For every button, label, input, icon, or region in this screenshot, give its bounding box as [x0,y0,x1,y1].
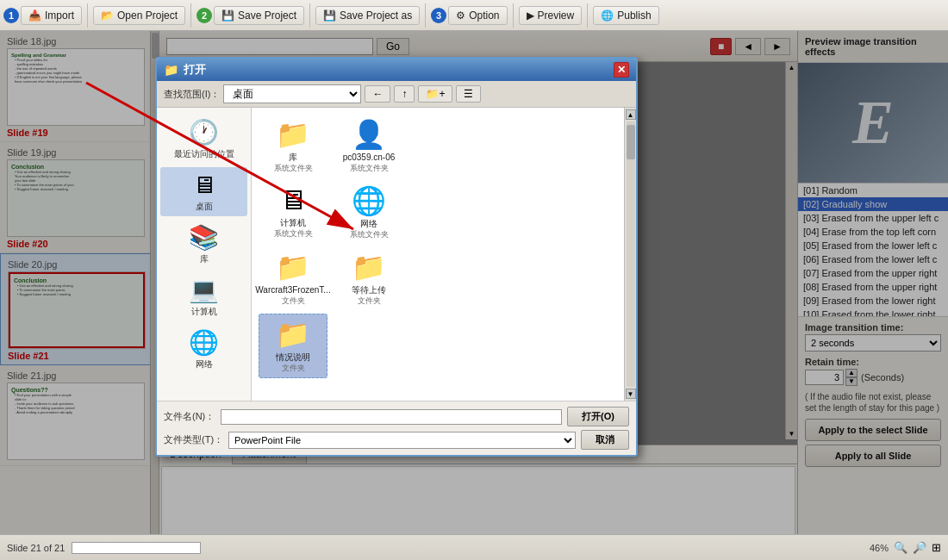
library-folder-icon: 📁 [276,118,310,151]
save-project-icon: 💾 [221,9,234,22]
file-row-3: 📁 Warcraft3FrozenT... 文件夹 📁 等待上传 文件夹 [259,247,617,310]
place-network-label: 网络 [196,358,213,370]
dialog-files-area: 📁 库 系统文件夹 👤 pc0359.cn-06 系统文件夹 [252,108,624,401]
open-project-button[interactable]: 📂 Open Project [93,6,185,25]
publish-label: Publish [617,9,651,22]
zoom-in-icon[interactable]: 🔎 [913,541,926,554]
file-computer[interactable]: 🖥 计算机 系统文件夹 [259,181,327,244]
sep2 [190,3,191,28]
dialog-toolbar: 查找范围(I)： 桌面 ← ↑ 📁+ ☰ [157,81,636,108]
desktop-icon: 🖥 [192,171,216,199]
sep6 [587,3,588,28]
computer-icon: 💻 [189,276,219,304]
dialog-bottom: 文件名(N)： 打开(O) 文件类型(T)： PowerPoint File 取… [157,401,636,455]
open-project-icon: 📂 [101,9,114,22]
file-situation[interactable]: 📁 情况说明 文件夹 [259,314,327,378]
file-library-name: 库 [289,152,297,163]
file-computer-name: 计算机 [280,218,306,228]
save-project-button[interactable]: 💾 Save Project [214,6,304,25]
dialog-scroll-up[interactable]: ▲ [626,109,636,120]
sep3 [309,3,310,28]
file-network-name: 网络 [360,219,377,229]
file-warcraft[interactable]: 📁 Warcraft3FrozenT... 文件夹 [259,247,327,310]
save-project-as-button[interactable]: 💾 Save Project as [315,6,420,25]
file-network[interactable]: 🌐 网络 系统文件夹 [334,181,403,244]
option-button[interactable]: ⚙ Option [448,6,507,25]
status-text: Slide 21 of 21 [7,543,65,553]
dialog-files-scroll[interactable]: 📁 库 系统文件夹 👤 pc0359.cn-06 系统文件夹 [252,108,624,401]
place-network[interactable]: 🌐 网络 [160,325,247,374]
file-user-name: pc0359.cn-06 [343,152,396,163]
filetype-label: 文件类型(T)： [164,433,223,446]
computer-folder-icon: 🖥 [279,184,307,216]
preview-label: Preview [538,9,575,22]
user-icon: 👤 [352,118,386,151]
cancel-button[interactable]: 取消 [581,430,629,450]
step2-circle: 2 [196,8,212,23]
file-computer-type: 系统文件夹 [274,228,313,240]
publish-icon: 🌐 [601,9,614,22]
step1-circle: 1 [3,8,19,23]
dialog-back-btn[interactable]: ← [365,85,390,103]
dialog-title-icon: 📁 [164,63,178,77]
file-row-1: 📁 库 系统文件夹 👤 pc0359.cn-06 系统文件夹 [259,115,617,177]
warcraft-folder-icon: 📁 [276,251,310,283]
place-desktop[interactable]: 🖥 桌面 [160,167,247,216]
place-recent[interactable]: 🕐 最近访问的位置 [160,115,247,164]
filename-row: 文件名(N)： 打开(O) [164,407,629,426]
dialog-title-bar: 📁 打开 ✕ [157,59,636,81]
dialog-addr-select[interactable]: 桌面 [223,84,361,103]
dialog-title: 打开 [184,62,206,78]
save-as-label: Save Project as [340,9,412,22]
recent-icon: 🕐 [189,118,219,146]
step3-circle: 3 [431,8,446,23]
dialog-scroll-down[interactable]: ▼ [626,389,636,399]
filename-label: 文件名(N)： [164,410,215,423]
open-button[interactable]: 打开(O) [567,407,629,426]
filetype-select[interactable]: PowerPoint File [228,432,576,449]
status-right: 46% 🔍 🔎 ⊞ [870,541,941,554]
network-icon: 🌐 [189,328,219,357]
save-as-icon: 💾 [323,9,336,22]
file-user[interactable]: 👤 pc0359.cn-06 系统文件夹 [334,115,403,177]
file-upload[interactable]: 📁 等待上传 文件夹 [334,247,403,310]
file-row-4: 📁 情况说明 文件夹 [259,314,617,378]
place-computer[interactable]: 💻 计算机 [160,272,247,321]
library-icon: 📚 [189,223,219,252]
place-recent-label: 最近访问的位置 [174,148,234,160]
file-situation-name: 情况说明 [276,352,310,363]
zoom-level: 46% [870,543,889,553]
dialog-new-folder-btn[interactable]: 📁+ [418,85,452,103]
open-file-dialog: 📁 打开 ✕ 查找范围(I)： 桌面 ← ↑ 📁+ ☰ [155,57,638,457]
import-button[interactable]: 📥 Import [21,6,82,25]
dialog-close-button[interactable]: ✕ [614,62,629,78]
file-library[interactable]: 📁 库 系统文件夹 [259,115,327,177]
dialog-up-btn[interactable]: ↑ [394,85,415,103]
preview-icon: ▶ [527,9,534,22]
file-situation-type: 文件夹 [282,363,305,374]
dialog-view-btn[interactable]: ☰ [456,85,481,103]
status-bar: Slide 21 of 21 46% 🔍 🔎 ⊞ [0,534,948,560]
fit-icon[interactable]: ⊞ [932,541,941,554]
dialog-places: 🕐 最近访问的位置 🖥 桌面 📚 库 💻 计算机 [157,108,252,401]
sep4 [425,3,426,28]
place-desktop-label: 桌面 [196,201,213,213]
dialog-scrollbar[interactable]: ▲ ▼ [624,108,636,401]
file-upload-name: 等待上传 [352,285,386,296]
file-library-type: 系统文件夹 [274,163,313,174]
publish-button[interactable]: 🌐 Publish [593,6,658,25]
place-computer-label: 计算机 [191,306,217,318]
preview-button[interactable]: ▶ Preview [519,6,583,25]
main-layout: Slide 18.jpg Spelling and Grammar • Proo… [0,31,948,534]
file-row-2: 🖥 计算机 系统文件夹 🌐 网络 系统文件夹 [259,181,617,244]
toolbar: 1 📥 Import 📂 Open Project 2 💾 Save Proje… [0,0,948,31]
place-library[interactable]: 📚 库 [160,220,247,269]
file-network-type: 系统文件夹 [350,229,389,240]
dialog-scroll-thumb [627,125,635,159]
zoom-out-icon[interactable]: 🔍 [894,541,907,554]
filename-input[interactable] [221,409,562,425]
file-warcraft-type: 文件夹 [282,296,305,307]
dialog-addr-label: 查找范围(I)： [164,88,220,101]
option-label: Option [469,9,499,22]
file-user-type: 系统文件夹 [350,163,389,174]
